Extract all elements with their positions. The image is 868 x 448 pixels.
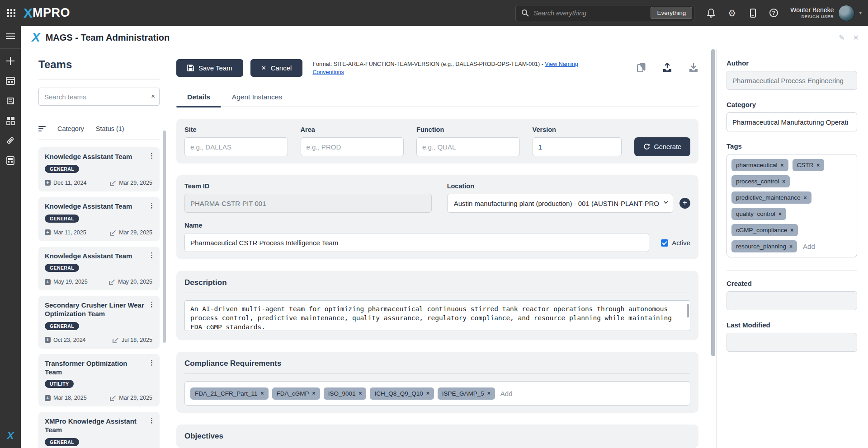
data-stream-icon[interactable] xyxy=(5,96,15,106)
kebab-menu-icon[interactable]: ⋮ xyxy=(148,300,155,308)
filter-icon[interactable] xyxy=(38,126,46,131)
version-input[interactable] xyxy=(533,137,622,156)
description-title: Description xyxy=(184,278,690,287)
clear-search-icon[interactable]: × xyxy=(151,92,155,100)
tag-pill-label: quality_control xyxy=(736,210,775,217)
team-name-input[interactable] xyxy=(184,233,649,252)
team-list-item[interactable]: Knowledge Assistant Team ⋮ GENERAL + Dec… xyxy=(38,147,160,191)
teams-panel-scrollbar[interactable] xyxy=(163,131,166,343)
tag-pill-label: predictive_maintenance xyxy=(736,194,801,201)
help-icon[interactable]: ? xyxy=(769,8,778,18)
tag-remove-icon[interactable]: × xyxy=(487,390,491,397)
tags-input[interactable]: pharmaceutical×CSTR×process_control×pred… xyxy=(726,154,857,257)
notifications-bell-icon[interactable] xyxy=(706,8,716,18)
teams-search-input[interactable] xyxy=(38,88,160,106)
xmpro-x-logo-bottom[interactable]: X xyxy=(7,430,14,442)
kebab-menu-icon[interactable]: ⋮ xyxy=(148,251,155,259)
main-scrollbar[interactable] xyxy=(710,49,716,448)
divider xyxy=(184,293,690,293)
main-scrollbar-thumb[interactable] xyxy=(711,49,715,356)
team-list-item[interactable]: Knowledge Assistant Team ⋮ GENERAL + Mar… xyxy=(38,197,160,241)
tag-remove-icon[interactable]: × xyxy=(261,390,264,397)
edit-pencil-icon xyxy=(110,180,116,186)
filter-category[interactable]: Category xyxy=(57,125,84,132)
copy-icon[interactable] xyxy=(637,63,646,73)
tag-remove-icon[interactable]: × xyxy=(816,162,820,168)
tab-details[interactable]: Details xyxy=(176,89,221,107)
kebab-menu-icon[interactable]: ⋮ xyxy=(148,201,155,210)
topbar: XMPRO Everything ⚙ ? Wouter Beneke DESIG… xyxy=(0,0,868,26)
dashboard-grid-icon[interactable] xyxy=(5,116,15,126)
menu-icon[interactable] xyxy=(5,31,15,41)
add-new-icon[interactable] xyxy=(5,56,15,66)
app-launcher-icon[interactable] xyxy=(5,6,18,20)
mags-window: X MAGS - Team Administration ✎ ✕ Teams ×… xyxy=(21,26,868,448)
team-category-badge: GENERAL xyxy=(45,438,79,446)
category-input[interactable] xyxy=(726,112,857,131)
tag-remove-icon[interactable]: × xyxy=(426,390,429,397)
created-label: Created xyxy=(726,280,857,287)
tag-remove-icon[interactable]: × xyxy=(782,178,785,185)
tab-agent-instances[interactable]: Agent Instances xyxy=(221,89,293,107)
kebab-menu-icon[interactable]: ⋮ xyxy=(148,152,155,160)
team-list-item[interactable]: XMPro Knowledge Assistant Team ⋮ GENERAL… xyxy=(38,412,160,448)
tag-remove-icon[interactable]: × xyxy=(789,243,793,250)
tag-remove-icon[interactable]: × xyxy=(359,390,362,397)
compliance-tag-input[interactable]: FDA_21_CFR_Part_11×FDA_cGMP×ISO_9001×ICH… xyxy=(184,381,690,406)
teams-search: × xyxy=(38,88,160,106)
area-label: Area xyxy=(301,126,404,133)
created-icon: + xyxy=(45,279,51,285)
description-scrollbar[interactable] xyxy=(687,304,689,317)
area-input[interactable] xyxy=(301,137,404,156)
tag-remove-icon[interactable]: × xyxy=(804,195,807,201)
created-date-text: Dec 11, 2024 xyxy=(53,180,86,186)
tag-remove-icon[interactable]: × xyxy=(781,162,784,168)
add-location-button[interactable]: + xyxy=(679,198,690,209)
kebab-menu-icon[interactable]: ⋮ xyxy=(148,416,155,425)
tag-remove-icon[interactable]: × xyxy=(790,227,793,233)
tags-add-placeholder[interactable]: Add xyxy=(803,243,815,250)
created-icon: + xyxy=(45,395,51,401)
save-team-button[interactable]: Save Team xyxy=(176,59,243,77)
created-date-text: May 19, 2025 xyxy=(53,279,88,285)
user-menu[interactable]: Wouter Beneke DESIGN USER ▾ xyxy=(790,5,862,21)
tag-pill-label: ICH_Q8_Q9_Q10 xyxy=(374,390,423,397)
search-scope-button[interactable]: Everything xyxy=(651,7,692,19)
avatar[interactable] xyxy=(838,5,854,21)
team-list-item[interactable]: Transformer Optimization Team ⋮ UTILITY … xyxy=(38,354,160,407)
link-connections-icon[interactable] xyxy=(5,135,15,145)
calculator-icon[interactable] xyxy=(5,155,15,165)
download-icon[interactable] xyxy=(689,63,698,73)
function-input[interactable] xyxy=(416,137,520,156)
team-card-title: Knowledge Assistant Team xyxy=(45,202,154,211)
close-icon[interactable]: ✕ xyxy=(853,33,859,42)
xmpro-logo[interactable]: XMPRO xyxy=(24,5,70,21)
window-header: X MAGS - Team Administration ✎ ✕ xyxy=(21,26,868,49)
site-input[interactable] xyxy=(184,137,288,156)
generate-button[interactable]: Generate xyxy=(634,137,690,156)
kebab-menu-icon[interactable]: ⋮ xyxy=(148,359,155,367)
edit-pencil-icon[interactable]: ✎ xyxy=(839,33,844,42)
teams-panel-title: Teams xyxy=(38,58,160,71)
upload-icon[interactable] xyxy=(662,63,672,73)
description-textarea[interactable]: An AI-driven multi-agent team for optimi… xyxy=(184,300,690,331)
teams-filter-bar: Category Status (1) xyxy=(38,123,160,140)
tag-pill-label: process_control xyxy=(736,178,779,185)
settings-gear-icon[interactable]: ⚙ xyxy=(727,8,737,18)
compliance-add-placeholder[interactable]: Add xyxy=(500,390,513,397)
select-chevron-icon xyxy=(664,200,668,205)
tag-remove-icon[interactable]: × xyxy=(778,211,782,217)
tag-remove-icon[interactable]: × xyxy=(312,390,316,397)
active-checkbox[interactable] xyxy=(661,239,668,247)
mobile-device-icon[interactable] xyxy=(748,8,758,18)
team-list-item[interactable]: Secondary Crusher Liner Wear Optimizatio… xyxy=(38,296,160,349)
global-search[interactable]: Everything xyxy=(515,5,694,21)
location-select[interactable]: Austin manufacturing plant (production) … xyxy=(447,194,673,213)
global-search-input[interactable] xyxy=(533,9,651,17)
topbar-icons: ⚙ ? xyxy=(706,8,778,18)
app-designer-icon[interactable] xyxy=(5,76,15,86)
filter-status[interactable]: Status (1) xyxy=(96,125,124,132)
team-list-item[interactable]: Knowledge Assistant Team ⋮ GENERAL + May… xyxy=(38,247,160,291)
cancel-button[interactable]: ✕ Cancel xyxy=(250,59,303,77)
tag-pill: ISPE_GAMP_5× xyxy=(438,387,495,400)
